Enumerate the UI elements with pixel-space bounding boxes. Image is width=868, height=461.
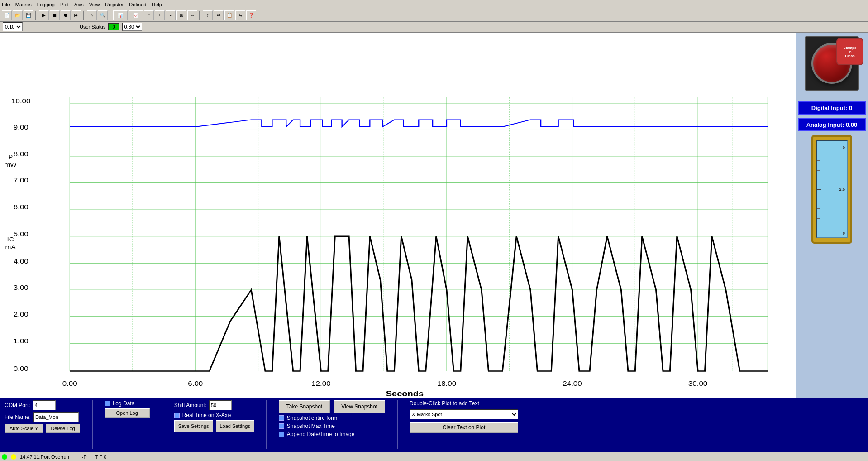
tb-zoom[interactable]: 🔍 (98, 10, 108, 20)
analog-input-display: Analog Input: 0.00 (798, 118, 866, 131)
log-data-checkbox[interactable] (105, 401, 110, 406)
menu-bar: File Macros Logging Plot Axis View Regis… (0, 0, 868, 9)
snapshot-entire-row: Snapshot entire form (279, 415, 385, 421)
divider2 (162, 400, 162, 449)
append-date-label: Append Date/Time to Image (287, 431, 355, 437)
status-bar: 14:47:11:Port Overrun -P T F 0 (0, 452, 868, 461)
gauge-label-2-5: 2.5 (839, 187, 845, 192)
tb-run[interactable]: ▶ (39, 10, 49, 20)
text-select[interactable]: X-Marks Spot (410, 409, 518, 419)
svg-text:2.00: 2.00 (14, 311, 29, 317)
tb-b11[interactable]: 🖨 (235, 10, 245, 20)
gauge-label-0: 0 (843, 231, 845, 235)
tb-step[interactable]: ⏭ (72, 10, 81, 20)
delete-log-button[interactable]: Delete Log (46, 424, 80, 433)
tb-b6[interactable]: ⊞ (176, 10, 186, 20)
svg-text:24.00: 24.00 (563, 380, 582, 387)
svg-rect-0 (0, 33, 796, 398)
tb-b5[interactable]: - (166, 10, 176, 20)
settings-row: Save Settings Load Settings (174, 420, 254, 432)
append-date-row: Append Date/Time to Image (279, 431, 385, 437)
com-port-input[interactable] (33, 400, 56, 410)
tb-save[interactable]: 💾 (24, 10, 33, 20)
view-snapshot-button[interactable]: View Snapshot (334, 400, 385, 413)
menu-plot[interactable]: Plot (60, 2, 69, 7)
menu-logging[interactable]: Logging (37, 2, 55, 7)
svg-text:mW: mW (4, 162, 17, 168)
toolbar2: 0.10 User Status 0 0.30 (0, 22, 868, 33)
tb-stop[interactable]: ⏹ (50, 10, 60, 20)
status-led-green (2, 454, 7, 460)
svg-text:6.00: 6.00 (14, 203, 29, 210)
menu-file[interactable]: File (2, 2, 10, 7)
tb-sep1 (35, 11, 37, 20)
tb-cursor[interactable]: ↖ (87, 10, 97, 20)
dbl-click-section: Double-Click Plot to add Text X-Marks Sp… (410, 400, 518, 433)
svg-text:Seconds: Seconds (386, 389, 424, 398)
tb-b12[interactable]: ❓ (246, 10, 256, 20)
tb-b8[interactable]: ↕ (203, 10, 213, 20)
com-select[interactable]: 0.10 (3, 22, 23, 31)
tb-new[interactable]: 📄 (2, 10, 12, 20)
snapshot-max-checkbox[interactable] (279, 423, 284, 429)
real-time-row: Real Time on X-Axis (174, 412, 254, 418)
svg-text:0.00: 0.00 (62, 380, 77, 387)
svg-text:3.00: 3.00 (14, 284, 29, 291)
shift-amount-input[interactable] (209, 400, 232, 410)
divider4 (397, 400, 398, 449)
load-settings-button[interactable]: Load Settings (216, 420, 254, 432)
tb-b10[interactable]: 📋 (224, 10, 234, 20)
file-name-label: File Name: (5, 414, 31, 420)
real-time-checkbox[interactable] (174, 413, 180, 418)
right-panel: StampsinClass Digital Input: 0 Analog In… (796, 33, 868, 398)
svg-text:30.00: 30.00 (688, 380, 708, 387)
snapshot-max-row: Snapshot Max Time (279, 423, 385, 429)
log-data-label: Log Data (113, 400, 135, 407)
main-area: 10.00 9.00 8.00 7.00 6.00 5.00 4.00 3.00… (0, 33, 868, 398)
svg-text:9.00: 9.00 (14, 124, 29, 131)
tb-b4[interactable]: + (155, 10, 165, 20)
status-led-yellow (11, 454, 16, 460)
tb-sep2 (83, 11, 85, 20)
tb-sep4 (199, 11, 201, 20)
open-log-button[interactable]: Open Log (105, 408, 150, 418)
svg-text:P: P (8, 154, 13, 161)
plot-area[interactable]: 10.00 9.00 8.00 7.00 6.00 5.00 4.00 3.00… (0, 33, 796, 398)
take-snapshot-button[interactable]: Take Snapshot (279, 400, 330, 413)
speed-select[interactable]: 0.30 (122, 23, 142, 31)
tb-open[interactable]: 📂 (13, 10, 23, 20)
tb-b1[interactable]: 📊 (113, 10, 128, 20)
append-date-checkbox[interactable] (279, 432, 284, 437)
tb-sep3 (110, 11, 111, 20)
status-p: -P (82, 454, 87, 460)
menu-view[interactable]: View (89, 2, 100, 7)
file-name-input[interactable] (33, 412, 79, 422)
tb-rec[interactable]: ⏺ (61, 10, 71, 20)
menu-macros[interactable]: Macros (15, 2, 32, 7)
digital-input-display: Digital Input: 0 (798, 101, 866, 115)
com-file-group: COM Port: File Name: Auto Scale Y Delete… (5, 400, 80, 433)
auto-scale-button[interactable]: Auto Scale Y (5, 424, 43, 433)
snapshot-entire-checkbox[interactable] (279, 415, 284, 421)
menu-help[interactable]: Help (152, 2, 162, 7)
tb-b2[interactable]: 📈 (129, 10, 143, 20)
open-log-row: Open Log (105, 408, 150, 418)
save-settings-button[interactable]: Save Settings (174, 420, 213, 432)
divider3 (266, 400, 267, 449)
log-group: Log Data Open Log (105, 400, 150, 418)
svg-text:0.00: 0.00 (14, 365, 29, 372)
clear-text-button[interactable]: Clear Text on Plot (410, 422, 518, 433)
svg-text:18.00: 18.00 (437, 380, 457, 387)
file-name-row: File Name: (5, 412, 80, 422)
menu-defined[interactable]: Defined (129, 2, 146, 7)
bottom-panel: COM Port: File Name: Auto Scale Y Delete… (0, 398, 868, 452)
menu-axis[interactable]: Axis (74, 2, 84, 7)
menu-register[interactable]: Register (105, 2, 124, 7)
svg-text:7.00: 7.00 (14, 177, 29, 184)
tb-b7[interactable]: ↔ (187, 10, 197, 20)
svg-text:10.00: 10.00 (11, 97, 31, 104)
tb-b3[interactable]: ≡ (144, 10, 154, 20)
shift-amount-row: Shift Amount: (174, 400, 254, 410)
tb-b9[interactable]: ⇔ (214, 10, 224, 20)
dbl-click-title: Double-Click Plot to add Text (410, 400, 518, 407)
